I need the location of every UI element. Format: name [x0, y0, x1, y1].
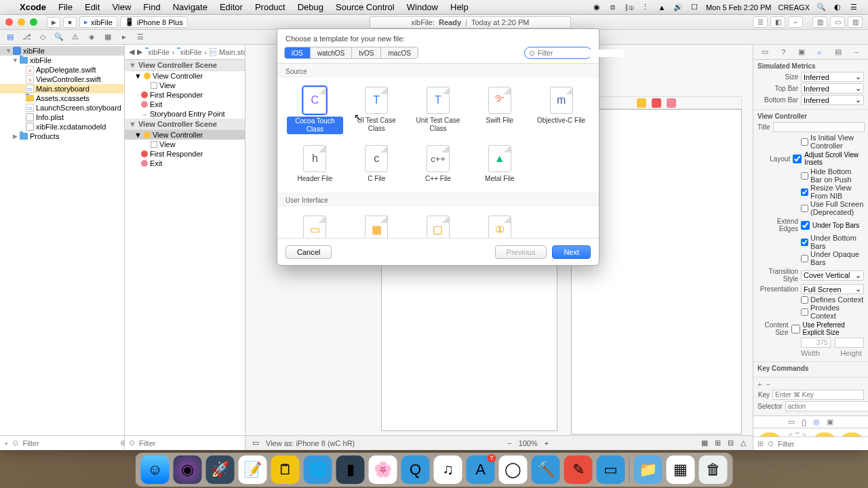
provides-context-checkbox[interactable] [801, 308, 808, 316]
align-button[interactable]: ⊞ [715, 439, 721, 447]
outline-exit-2[interactable]: Exit [125, 159, 245, 168]
tab-watchos[interactable]: watchOS [311, 47, 353, 58]
file-main-storyboard[interactable]: ▭Main.storyboard [0, 84, 124, 94]
cancel-button[interactable]: Cancel [285, 245, 332, 259]
under-bottom-checkbox[interactable] [801, 239, 808, 246]
bluetooth-icon[interactable]: ᛒ① [625, 3, 634, 12]
code-snippet-tab[interactable]: {} [802, 418, 806, 426]
attributes-inspector-tab[interactable]: ⟐ [815, 47, 825, 57]
dock-stickies[interactable]: 🗒 [271, 455, 300, 484]
notification-center-icon[interactable]: ☰ [849, 3, 859, 12]
volume-icon[interactable]: 🔊 [673, 3, 683, 12]
menu-help[interactable]: Help [444, 2, 475, 12]
key-input[interactable] [772, 390, 864, 400]
first-responder-dock-icon[interactable] [652, 98, 661, 108]
dock-appstore[interactable]: A7 [467, 455, 495, 484]
dock-app-4[interactable]: ▦ [667, 455, 695, 484]
zoom-out-button[interactable]: − [507, 439, 511, 447]
test-nav-tab[interactable]: ◈ [85, 32, 98, 43]
resolve-button[interactable]: △ [741, 439, 746, 447]
library-grid-toggle[interactable]: ⊞ [757, 439, 764, 448]
menubar-clock[interactable]: Mon 5 Feb 2:20 PM [706, 3, 772, 12]
dock-itunes[interactable]: ♫ [434, 455, 462, 484]
menu-window[interactable]: Window [401, 2, 444, 12]
under-top-checkbox[interactable] [801, 221, 810, 230]
dock-finder[interactable]: ☺ [141, 455, 170, 484]
size-select[interactable]: Inferred⌄ [801, 72, 864, 82]
outline-vc-2[interactable]: ▼View Controller [125, 130, 245, 140]
under-opaque-checkbox[interactable] [801, 255, 808, 262]
siri-icon[interactable]: ◐ [833, 3, 842, 12]
stop-button[interactable]: ■ [63, 17, 77, 28]
vc-dock-icon[interactable] [637, 98, 646, 108]
outline-first-responder-2[interactable]: First Responder [125, 149, 245, 159]
presentation-select[interactable]: Full Screen⌄ [801, 284, 864, 294]
view-as-label[interactable]: View as: iPhone 8 (wC hR) [266, 439, 355, 447]
file-template-tab[interactable]: ▭ [788, 418, 795, 426]
file-assets[interactable]: Assets.xcassets [0, 94, 124, 103]
project-nav-tab[interactable]: ▤ [4, 32, 16, 43]
navigator-filter-input[interactable] [22, 439, 116, 447]
add-key-command-button[interactable]: + [757, 380, 762, 388]
file-inspector-tab[interactable]: ▭ [760, 47, 770, 57]
scheme-selector[interactable]: ▸xibFile [79, 16, 117, 28]
battery-icon[interactable]: ▲ [657, 3, 667, 12]
template-view[interactable]: ▦View [347, 211, 406, 238]
issue-nav-tab[interactable]: ⚠ [69, 32, 81, 43]
library-filter-input[interactable] [778, 440, 868, 448]
tab-macos[interactable]: macOS [381, 47, 417, 58]
group-xibfile[interactable]: ▼xibFile [0, 56, 124, 65]
identity-inspector-tab[interactable]: ▣ [797, 47, 806, 57]
file-datamodel[interactable]: xibFile.xcdatamodeld [0, 122, 124, 131]
outline-first-responder-1[interactable]: First Responder [125, 90, 245, 100]
debug-nav-tab[interactable]: ▦ [102, 32, 114, 43]
dock-launchpad[interactable]: 🚀 [206, 455, 235, 484]
outline-entry-point[interactable]: →Storyboard Entry Point [125, 109, 245, 119]
toggle-inspector-button[interactable]: ▥ [848, 16, 863, 28]
outline-filter-input[interactable] [139, 439, 207, 447]
help-inspector-tab[interactable]: ? [778, 47, 788, 57]
dock-textedit[interactable]: 📝 [239, 455, 267, 484]
is-initial-checkbox[interactable] [801, 138, 808, 146]
pin-button[interactable]: ⊟ [728, 439, 734, 447]
use-preferred-checkbox[interactable] [791, 325, 800, 333]
app-menu[interactable]: Xcode [14, 2, 52, 12]
file-viewcontroller[interactable]: sViewController.swift [0, 75, 124, 84]
menu-editor[interactable]: Editor [214, 2, 249, 12]
forward-button[interactable]: ▶ [137, 47, 142, 56]
connections-inspector-tab[interactable]: → [852, 47, 861, 57]
close-button[interactable] [5, 18, 13, 26]
spotlight-icon[interactable]: 🔍 [816, 3, 826, 12]
template-unit-test[interactable]: TUnit Test Case Class [409, 83, 468, 138]
template-cocoa-touch-class[interactable]: CCocoa Touch Class [285, 83, 344, 138]
template-empty[interactable]: ▢Empty [409, 211, 468, 238]
dock-photos[interactable]: 🌸 [369, 455, 397, 484]
menu-view[interactable]: View [106, 2, 137, 12]
scene-1-header[interactable]: ▼ View Controller Scene [125, 60, 245, 71]
top-bar-select[interactable]: Inferred⌄ [801, 83, 864, 94]
selector-input[interactable] [785, 401, 868, 411]
dock-siri[interactable]: ◉ [174, 455, 202, 484]
title-input[interactable] [773, 122, 865, 132]
tab-tvos[interactable]: tvOS [352, 47, 381, 58]
menubar-user[interactable]: CREAGX [778, 3, 810, 12]
symbol-nav-tab[interactable]: ◇ [37, 32, 49, 43]
toggle-debug-button[interactable]: ▭ [830, 16, 845, 28]
run-button[interactable]: ▶ [47, 17, 60, 28]
dock-app-3[interactable]: ▭ [597, 455, 625, 484]
assistant-editor-button[interactable]: ◧ [770, 16, 785, 28]
wifi-icon[interactable]: ⋮ [641, 3, 650, 12]
bottom-bar-select[interactable]: Inferred⌄ [801, 95, 864, 105]
zoom-in-button[interactable]: + [545, 439, 549, 447]
source-control-nav-tab[interactable]: ⎇ [20, 32, 33, 43]
standard-editor-button[interactable]: ☰ [753, 16, 768, 28]
template-cpp-file[interactable]: c++C++ File [409, 141, 468, 187]
back-button[interactable]: ◀ [129, 47, 134, 56]
menu-file[interactable]: File [52, 2, 79, 12]
breakpoint-nav-tab[interactable]: ▸ [118, 32, 130, 43]
template-launch-screen[interactable]: ①Launch Screen [470, 211, 529, 238]
template-filter[interactable]: ⊙ [524, 47, 592, 59]
minimize-button[interactable] [18, 18, 25, 26]
find-nav-tab[interactable]: 🔍 [53, 32, 65, 43]
scene-2-header[interactable]: ▼ View Controller Scene [125, 119, 245, 130]
